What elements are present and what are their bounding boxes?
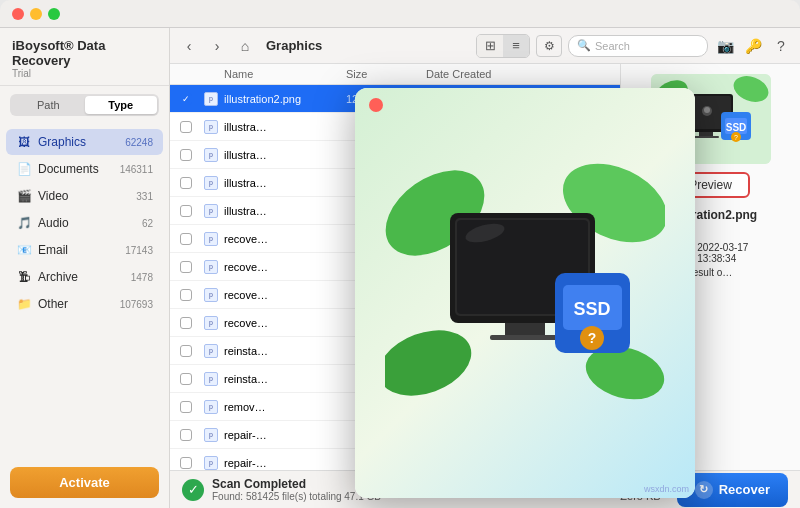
svg-text:SSD: SSD: [725, 122, 746, 133]
file-type-icon: p: [204, 176, 224, 190]
svg-rect-6: [699, 132, 713, 136]
sidebar-icon-documents: 📄: [16, 161, 32, 177]
row-checkbox[interactable]: ✓: [180, 93, 204, 105]
checkbox-icon: [180, 289, 192, 301]
row-checkbox[interactable]: [180, 317, 204, 329]
help-button[interactable]: ?: [770, 35, 792, 57]
file-name: repair-…: [224, 457, 346, 469]
home-button[interactable]: ⌂: [234, 35, 256, 57]
scan-complete-icon: ✓: [182, 479, 204, 501]
svg-point-17: [385, 318, 480, 407]
minimize-button[interactable]: [30, 8, 42, 20]
date-value: 2022-03-17 13:38:34: [697, 242, 790, 264]
row-checkbox[interactable]: [180, 149, 204, 161]
row-checkbox[interactable]: [180, 121, 204, 133]
recover-label: Recover: [719, 482, 770, 497]
close-button[interactable]: [12, 8, 24, 20]
sidebar-item-other[interactable]: 📁 Other 107693: [6, 291, 163, 317]
sidebar-count-archive: 1478: [131, 272, 153, 283]
svg-text:?: ?: [734, 134, 738, 141]
checkbox-icon: [180, 233, 192, 245]
file-name: illustra…: [224, 149, 346, 161]
file-type-icon: p: [204, 92, 224, 106]
sidebar-item-documents[interactable]: 📄 Documents 146311: [6, 156, 163, 182]
file-icon: p: [204, 260, 218, 274]
file-icon: p: [204, 344, 218, 358]
row-checkbox[interactable]: [180, 289, 204, 301]
sidebar-item-archive[interactable]: 🗜 Archive 1478: [6, 264, 163, 290]
activate-button[interactable]: Activate: [10, 467, 159, 498]
svg-rect-23: [490, 335, 560, 340]
checkbox-icon: [180, 317, 192, 329]
file-name: recove…: [224, 233, 346, 245]
preview-popup: SSD ? wsxdn.com: [355, 88, 695, 498]
row-checkbox[interactable]: [180, 177, 204, 189]
row-checkbox[interactable]: [180, 261, 204, 273]
info-button[interactable]: 🔑: [742, 35, 764, 57]
sidebar-icon-other: 📁: [16, 296, 32, 312]
checkbox-icon: [180, 261, 192, 273]
file-type-icon: p: [204, 400, 224, 414]
svg-point-9: [704, 107, 710, 113]
row-checkbox[interactable]: [180, 345, 204, 357]
sidebar-label-video: Video: [38, 189, 132, 203]
breadcrumb: Graphics: [266, 38, 322, 53]
sidebar-item-email[interactable]: 📧 Email 17143: [6, 237, 163, 263]
row-checkbox[interactable]: [180, 205, 204, 217]
maximize-button[interactable]: [48, 8, 60, 20]
sidebar-item-graphics[interactable]: 🖼 Graphics 62248: [6, 129, 163, 155]
row-checkbox[interactable]: [180, 457, 204, 469]
search-box[interactable]: 🔍 Search: [568, 35, 708, 57]
checkbox-icon: [180, 205, 192, 217]
grid-view-button[interactable]: ⊞: [477, 35, 503, 57]
sidebar-icon-audio: 🎵: [16, 215, 32, 231]
file-type-icon: p: [204, 456, 224, 470]
file-name: reinsta…: [224, 345, 346, 357]
sidebar-header: iBoysoft® Data Recovery Trial: [0, 28, 169, 86]
row-checkbox[interactable]: [180, 429, 204, 441]
file-name: illustration2.png: [224, 93, 346, 105]
file-icon: p: [204, 316, 218, 330]
nav-back-button[interactable]: ‹: [178, 35, 200, 57]
app-body: iBoysoft® Data Recovery Trial Path Type …: [0, 28, 800, 508]
svg-rect-7: [693, 136, 719, 138]
file-icon: p: [204, 92, 218, 106]
camera-button[interactable]: 📷: [714, 35, 736, 57]
sidebar-item-video[interactable]: 🎬 Video 331: [6, 183, 163, 209]
file-name: recove…: [224, 261, 346, 273]
sidebar-icon-graphics: 🖼: [16, 134, 32, 150]
row-checkbox[interactable]: [180, 373, 204, 385]
file-icon: p: [204, 428, 218, 442]
file-type-icon: p: [204, 204, 224, 218]
file-name: illustra…: [224, 121, 346, 133]
sidebar-icon-archive: 🗜: [16, 269, 32, 285]
list-view-button[interactable]: ≡: [503, 35, 529, 57]
popup-close-button[interactable]: [369, 98, 383, 112]
main-area: ‹ › ⌂ Graphics ⊞ ≡ ⚙ 🔍 Search 📷 🔑 ?: [170, 28, 800, 508]
file-type-icon: p: [204, 148, 224, 162]
sidebar-item-audio[interactable]: 🎵 Audio 62: [6, 210, 163, 236]
filter-button[interactable]: ⚙: [536, 35, 562, 57]
file-name: illustra…: [224, 205, 346, 217]
sidebar-label-email: Email: [38, 243, 121, 257]
sidebar-icon-video: 🎬: [16, 188, 32, 204]
file-icon: p: [204, 204, 218, 218]
tab-type[interactable]: Type: [85, 96, 158, 114]
nav-forward-button[interactable]: ›: [206, 35, 228, 57]
row-checkbox[interactable]: [180, 233, 204, 245]
sidebar-label-archive: Archive: [38, 270, 127, 284]
file-icon: p: [204, 120, 218, 134]
tab-path[interactable]: Path: [12, 96, 85, 114]
row-checkbox[interactable]: [180, 401, 204, 413]
file-icon: p: [204, 288, 218, 302]
file-icon: p: [204, 400, 218, 414]
col-date-header: Date Created: [426, 68, 586, 80]
search-placeholder: Search: [595, 40, 630, 52]
file-type-icon: p: [204, 288, 224, 302]
file-list-header: Name Size Date Created: [170, 64, 620, 85]
window-controls: [12, 8, 60, 20]
file-type-icon: p: [204, 316, 224, 330]
file-type-icon: p: [204, 428, 224, 442]
file-name: recove…: [224, 317, 346, 329]
file-icon: p: [204, 232, 218, 246]
